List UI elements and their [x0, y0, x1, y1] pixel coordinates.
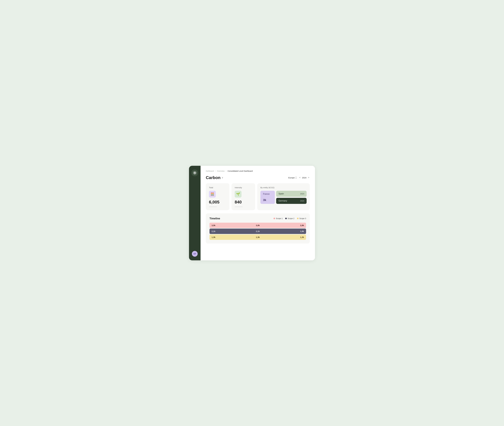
svg-point-5 [194, 171, 195, 172]
by-entity-card: By entity (tCO2) France 3k Spain 2024 Ge… [257, 183, 310, 210]
scope2-dot-icon [285, 218, 287, 219]
prev-year-button[interactable]: < [299, 176, 301, 179]
scope1-val2: 3,0k [256, 224, 260, 227]
main-card: GF Dahboard > Overview > Consolidated Le… [189, 166, 315, 260]
scope1-bar: 3,5k 3,0k 2,8k [209, 223, 306, 228]
svg-point-12 [193, 174, 194, 174]
timeline-section: Timeline Scope 1 Scope 2 Scope 3 [206, 213, 310, 243]
scope1-label: Scope 1 [276, 217, 283, 220]
year-label: 2024 [302, 177, 306, 179]
year-selector: < 2024 > [299, 176, 310, 179]
page-title: Carbon [206, 175, 221, 180]
intensity-value: 840 [235, 200, 252, 205]
next-year-button[interactable]: > [308, 176, 310, 179]
scope3-val1: 1,3k [212, 236, 215, 238]
intensity-bar [235, 207, 242, 207]
legend-scope1: Scope 1 [274, 217, 283, 220]
scope3-dot-icon [297, 218, 299, 219]
entity-germany[interactable]: Germany 2024 [276, 198, 307, 204]
entity-france[interactable]: France 3k [260, 191, 275, 204]
france-label: France [263, 193, 272, 195]
france-value: 3k [263, 198, 272, 202]
breadcrumb-part2: Overview [217, 170, 225, 172]
scope2-bar: 2,1k 2,1k 1,9k [209, 228, 306, 234]
svg-point-7 [193, 173, 193, 173]
svg-point-10 [196, 174, 196, 174]
germany-name: Germany [278, 200, 287, 202]
svg-point-11 [196, 171, 196, 172]
intensity-label: Intensity [235, 186, 252, 189]
breadcrumb-sep1: > [215, 170, 216, 172]
scope2-val1: 2,1k [212, 230, 215, 232]
legend: Scope 1 Scope 2 Scope 3 [274, 217, 306, 220]
scope1-val3: 2,8k [300, 224, 304, 227]
scope3-label: Scope 3 [299, 217, 306, 220]
header-row: Carbon ∨ Europe ▲ ▼ < 2024 > [206, 175, 310, 180]
page-title-container: Carbon ∨ [206, 175, 223, 180]
region-selector[interactable]: Europe ▲ ▼ [288, 176, 297, 179]
timeline-header: Timeline Scope 1 Scope 2 Scope 3 [209, 217, 306, 220]
scope2-val2: 2,1k [256, 230, 260, 232]
by-entity-content: France 3k Spain 2024 Germany 2024 [260, 191, 307, 204]
breadcrumb: Dahboard > Overview > Consolidated Level… [206, 170, 310, 172]
svg-point-6 [194, 174, 195, 175]
region-label: Europe [288, 177, 295, 179]
metrics-row: Total 🧮 6,005 Intensity 🌱 840 By entity … [206, 183, 310, 210]
germany-year: 2024 [300, 200, 304, 202]
spain-name: Spain [278, 192, 284, 195]
total-label: Total [209, 186, 226, 189]
sidebar-logo [191, 170, 198, 176]
scope1-dot-icon [274, 218, 275, 219]
leaf-icon: 🌱 [236, 192, 240, 196]
svg-point-9 [193, 171, 194, 172]
breadcrumb-part1: Dahboard [206, 170, 214, 172]
scope3-bar: 1,3k 1,3k 1,3k [209, 234, 306, 240]
total-value: 6,005 [209, 200, 226, 205]
intensity-icon-box: 🌱 [235, 191, 242, 198]
spain-year: 2024 [300, 193, 304, 195]
breadcrumb-sep2: > [226, 170, 227, 172]
page-title-dropdown-icon[interactable]: ∨ [221, 176, 223, 179]
legend-scope3: Scope 3 [297, 217, 306, 220]
header-controls: Europe ▲ ▼ < 2024 > [288, 176, 310, 179]
scope2-values: 2,1k 2,1k 1,9k [212, 230, 304, 232]
region-arrows-icon: ▲ ▼ [296, 176, 297, 179]
legend-scope2: Scope 2 [285, 217, 294, 220]
scope3-val3: 1,3k [300, 236, 304, 238]
user-avatar[interactable]: GF [192, 251, 198, 257]
main-content: Dahboard > Overview > Consolidated Level… [200, 166, 315, 260]
breadcrumb-current: Consolidated Level Dashboard [228, 170, 253, 172]
intensity-card: Intensity 🌱 840 [232, 183, 255, 210]
total-card: Total 🧮 6,005 [206, 183, 229, 210]
scope1-val1: 3,5k [212, 224, 215, 227]
sidebar: GF [189, 166, 200, 260]
brand-icon [193, 171, 197, 175]
timeline-bars: 3,5k 3,0k 2,8k 2,1k 2,1k 1,9k [209, 223, 306, 240]
by-entity-label: By entity (tCO2) [260, 186, 307, 189]
entity-spain[interactable]: Spain 2024 [276, 191, 307, 197]
total-icon-box: 🧮 [209, 191, 216, 198]
timeline-title: Timeline [209, 217, 220, 220]
svg-point-8 [196, 173, 196, 173]
calculator-icon: 🧮 [210, 192, 214, 196]
scope3-values: 1,3k 1,3k 1,3k [212, 236, 304, 238]
total-bar [209, 207, 217, 207]
scope2-val3: 1,9k [300, 230, 304, 232]
entity-right: Spain 2024 Germany 2024 [276, 191, 307, 204]
scope2-label: Scope 2 [288, 217, 294, 220]
scope1-values: 3,5k 3,0k 2,8k [212, 224, 304, 227]
scope3-val2: 1,3k [256, 236, 260, 238]
